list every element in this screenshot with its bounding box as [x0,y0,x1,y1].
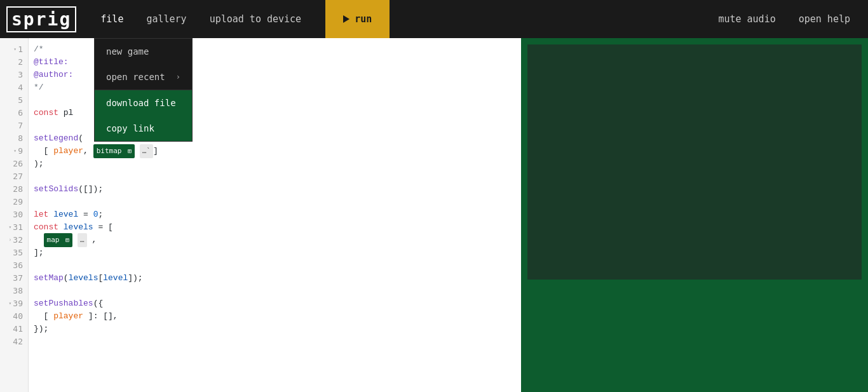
code-line-36 [34,259,521,272]
code-player-var2: player [53,310,83,323]
code-const-kw: const [34,107,64,119]
code-line-9: [ player, bitmap ⊞ …` ] [34,145,521,158]
line-num-9: ▾9 [0,145,28,158]
code-line-42 [34,335,521,348]
line-num-29: 29 [0,196,28,208]
line-num-26: 26 [0,158,28,170]
line-num-4: 4 [0,81,28,94]
fold-arrow-1[interactable]: ▾ [13,43,17,56]
logo-text: sprig [6,6,76,32]
map-badge[interactable]: map ⊞ [44,233,73,247]
line-num-36: 36 [0,259,28,272]
file-dropdown-menu: new game open recent › download file cop… [94,38,193,142]
code-zero: 0 [93,208,98,221]
open-help-button[interactable]: open help [787,0,862,38]
logo: sprig [6,6,76,32]
code-line-39: setPushables({ [34,297,521,310]
nav-right: mute audio open help [707,0,862,38]
run-button[interactable]: run [325,0,390,38]
code-line-41: }); [34,323,521,335]
copy-link-label: copy link [106,123,154,133]
line-num-7: 7 [0,119,28,132]
line-num-42: 42 [0,335,28,348]
line-num-38: 38 [0,285,28,297]
code-setlegend: setLegend [34,132,78,145]
line-num-31: ▾31 [0,221,28,234]
nav-items: file gallery upload to device run [89,0,707,38]
editor-area: ▾1 2 3 4 5 6 7 8 ▾9 26 27 28 29 30 ▾31 ›… [0,38,521,392]
code-let-kw: let [34,208,53,221]
code-setmap: setMap [34,272,64,285]
download-file-item[interactable]: download file [95,90,192,116]
code-line-35: ]; [34,247,521,259]
code-line-27 [34,170,521,183]
map-icon: ⊞ [65,234,69,247]
open-recent-item[interactable]: open recent › [95,64,192,90]
game-panel [521,38,868,392]
code-level-var: level [53,208,78,221]
download-file-label: download file [106,98,176,108]
line-num-6: 6 [0,107,28,119]
copy-link-item[interactable]: copy link [95,116,192,141]
run-label: run [355,13,372,25]
line-numbers: ▾1 2 3 4 5 6 7 8 ▾9 26 27 28 29 30 ▾31 ›… [0,38,29,392]
upload-button[interactable]: upload to device [198,0,313,38]
file-menu-button[interactable]: file [89,0,135,38]
line-num-41: 41 [0,323,28,335]
line-num-3: 3 [0,69,28,81]
fold-arrow-39[interactable]: ▾ [9,297,12,310]
code-line-32: map ⊞ … , [34,234,521,247]
open-recent-label: open recent [106,72,165,82]
code-levels-var: levels [64,221,93,234]
code-line-28: setSolids([]); [34,183,521,196]
line-num-37: 37 [0,272,28,285]
line-num-30: 30 [0,208,28,221]
game-canvas [527,44,862,280]
fold-arrow-9[interactable]: ▾ [13,145,17,158]
line-num-39: ▾39 [0,297,28,310]
code-pl: pl [64,107,74,119]
code-level-ref: level [103,272,128,285]
code-line-29 [34,196,521,208]
line-num-2: 2 [0,56,28,69]
line-num-28: 28 [0,183,28,196]
code-line-40: [ player ]: [], [34,310,521,323]
ellipsis-badge-2[interactable]: … [78,233,87,247]
code-comment-open: /* [34,43,44,56]
code-setsolids: setSolids [34,183,78,196]
code-const-kw2: const [34,221,64,234]
mute-audio-button[interactable]: mute audio [707,0,787,38]
line-num-5: 5 [0,94,28,107]
code-comment-close: */ [34,81,44,94]
line-num-27: 27 [0,170,28,183]
run-triangle-icon [343,15,349,23]
line-num-32: ›32 [0,234,28,247]
line-num-1: ▾1 [0,43,28,56]
code-line-26: ); [34,158,521,170]
fold-arrow-32[interactable]: › [9,234,12,247]
line-num-40: 40 [0,310,28,323]
chevron-right-icon: › [176,72,180,81]
new-game-label: new game [106,46,149,57]
fold-arrow-31[interactable]: ▾ [9,221,12,234]
bitmap-icon: ⊞ [128,145,132,158]
bitmap-badge[interactable]: bitmap ⊞ [93,144,135,158]
new-game-item[interactable]: new game [95,39,192,64]
code-line-37: setMap(levels[level]); [34,272,521,285]
navbar: sprig file gallery upload to device run … [0,0,868,38]
code-line-31: const levels = [ [34,221,521,234]
code-line-30: let level = 0; [34,208,521,221]
code-at-title: @title: [34,56,73,69]
gallery-button[interactable]: gallery [135,0,198,38]
editor-content: ▾1 2 3 4 5 6 7 8 ▾9 26 27 28 29 30 ▾31 ›… [0,38,521,392]
line-num-8: 8 [0,132,28,145]
line-num-35: 35 [0,247,28,259]
ellipsis-badge-1[interactable]: …` [140,144,153,158]
code-setpushables: setPushables [34,297,93,310]
code-player-var: player [53,145,83,158]
code-at-author: @author: [34,69,78,81]
code-levels-ref: levels [69,272,98,285]
code-line-38 [34,285,521,297]
